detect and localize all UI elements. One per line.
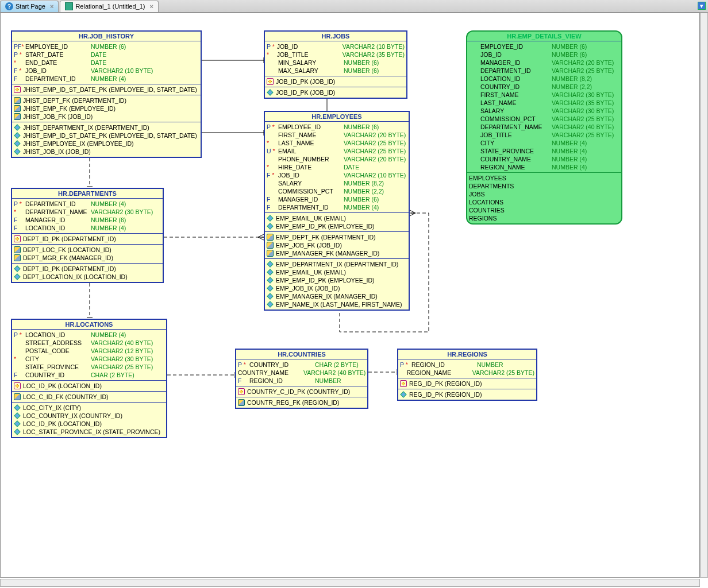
key-icon bbox=[14, 86, 21, 93]
column-row: PF*EMPLOYEE_IDNUMBER (6) bbox=[14, 42, 199, 51]
index-row: DEPT_LOC_FK (LOCATION_ID) bbox=[14, 246, 161, 254]
column-row: P *EMPLOYEE_IDNUMBER (6) bbox=[267, 123, 407, 131]
index-row: JHIST_JOB_IX (JOB_ID) bbox=[14, 148, 199, 156]
index-row: JHIST_EMP_ID_ST_DATE_PK (EMPLOYEE_ID, ST… bbox=[14, 86, 199, 94]
fk-icon bbox=[14, 393, 21, 400]
column-row: FMANAGER_IDNUMBER (6) bbox=[14, 216, 161, 224]
column-row: F *JOB_IDVARCHAR2 (10 BYTE) bbox=[267, 171, 407, 179]
entity-title: HR.LOCATIONS bbox=[12, 320, 166, 330]
entity-title: HR.JOB_HISTORY bbox=[12, 32, 201, 41]
index-row: DEPT_LOCATION_IX (LOCATION_ID) bbox=[14, 273, 161, 281]
entity-title: HR.REGIONS bbox=[398, 350, 536, 359]
index-row: LOCATIONS bbox=[469, 198, 620, 206]
key-icon bbox=[14, 235, 21, 242]
key-icon bbox=[267, 78, 274, 85]
column-row: FLOCATION_IDNUMBER (4) bbox=[14, 224, 161, 232]
entity-emp-details-view[interactable]: HR.EMP_DETAILS_VIEW EMPLOYEE_IDNUMBER (6… bbox=[466, 30, 622, 225]
diamond-icon bbox=[14, 132, 20, 138]
index-row: DEPARTMENTS bbox=[469, 182, 620, 190]
key-icon bbox=[238, 388, 245, 395]
columns-section: EMPLOYEE_IDNUMBER (6)JOB_IDNUMBER (6)MAN… bbox=[467, 41, 621, 173]
columns-section: P *EMPLOYEE_IDNUMBER (6)FIRST_NAMEVARCHA… bbox=[265, 122, 409, 213]
index-row: COUNTRIES bbox=[469, 206, 620, 214]
help-icon: ? bbox=[5, 2, 13, 10]
refs-section: EMPLOYEESDEPARTMENTSJOBSLOCATIONSCOUNTRI… bbox=[467, 173, 621, 223]
minimize-button[interactable]: ▾ bbox=[698, 2, 706, 10]
index-section: LOC_CITY_IX (CITY)LOC_COUNTRY_IX (COUNTR… bbox=[12, 403, 166, 437]
pk-section: JOB_ID_PK (JOB_ID) bbox=[265, 76, 406, 87]
tab-relational[interactable]: Relational_1 (Untitled_1) × bbox=[60, 1, 159, 12]
index-row: JOB_ID_PK (JOB_ID) bbox=[267, 88, 405, 96]
diamond-icon bbox=[14, 412, 20, 419]
pk-section: JHIST_EMP_ID_ST_DATE_PK (EMPLOYEE_ID, ST… bbox=[12, 84, 201, 95]
entity-locations[interactable]: HR.LOCATIONS P *LOCATION_IDNUMBER (4)STR… bbox=[11, 319, 167, 438]
index-row: REGIONS bbox=[469, 214, 620, 222]
columns-section: P *JOB_IDVARCHAR2 (10 BYTE) *JOB_TITLEVA… bbox=[265, 41, 406, 76]
column-row: P *JOB_IDVARCHAR2 (10 BYTE) bbox=[267, 42, 405, 51]
column-row: STATE_PROVINCEVARCHAR2 (25 BYTE) bbox=[14, 363, 164, 371]
entity-title: HR.DEPARTMENTS bbox=[12, 189, 163, 199]
tab-start-page[interactable]: ? Start Page × bbox=[0, 1, 59, 12]
column-row: LOCATION_IDNUMBER (8,2) bbox=[469, 75, 620, 83]
columns-section: P *REGION_IDNUMBERREGION_NAMEVARCHAR2 (2… bbox=[398, 359, 536, 378]
entity-employees[interactable]: HR.EMPLOYEES P *EMPLOYEE_IDNUMBER (6)FIR… bbox=[264, 111, 410, 311]
index-row: EMP_JOB_FK (JOB_ID) bbox=[267, 241, 407, 249]
column-row: FIRST_NAMEVARCHAR2 (30 BYTE) bbox=[469, 91, 620, 99]
fk-icon bbox=[14, 105, 21, 112]
column-row: COMMISSION_PCTNUMBER (2,2) bbox=[267, 187, 407, 195]
diamond-icon bbox=[267, 215, 273, 221]
index-row: JHIST_EMP_ID_ST_DATE_PK (EMPLOYEE_ID, ST… bbox=[14, 131, 199, 140]
index-section: JHIST_DEPARTMENT_IX (DEPARTMENT_ID)JHIST… bbox=[12, 122, 201, 157]
tab-bar: ? Start Page × Relational_1 (Untitled_1)… bbox=[0, 0, 708, 13]
column-row: PHONE_NUMBERVARCHAR2 (20 BYTE) bbox=[267, 155, 407, 163]
index-row: COUNTRY_C_ID_PK (COUNTRY_ID) bbox=[238, 388, 365, 396]
fk-icon bbox=[14, 246, 21, 253]
column-row: FREGION_IDNUMBER bbox=[238, 377, 365, 385]
entity-departments[interactable]: HR.DEPARTMENTS P *DEPARTMENT_IDNUMBER (4… bbox=[11, 188, 164, 283]
column-row: SALARYVARCHAR2 (30 BYTE) bbox=[469, 107, 620, 115]
index-row: DEPT_ID_PK (DEPARTMENT_ID) bbox=[14, 235, 161, 243]
index-row: EMP_MANAGER_FK (MANAGER_ID) bbox=[267, 249, 407, 257]
fk-icon bbox=[267, 234, 274, 241]
uk-section: EMP_EMAIL_UK (EMAIL)EMP_EMP_ID_PK (EMPLO… bbox=[265, 213, 409, 232]
fk-section: DEPT_LOC_FK (LOCATION_ID)DEPT_MGR_FK (MA… bbox=[12, 245, 163, 264]
index-section: EMP_DEPARTMENT_IX (DEPARTMENT_ID)EMP_EMA… bbox=[265, 259, 409, 310]
diamond-icon bbox=[267, 277, 273, 283]
column-row: STREET_ADDRESSVARCHAR2 (40 BYTE) bbox=[14, 339, 164, 347]
index-row: DEPT_MGR_FK (MANAGER_ID) bbox=[14, 254, 161, 262]
entity-title: HR.EMPLOYEES bbox=[265, 112, 409, 122]
column-row: FDEPARTMENT_IDNUMBER (4) bbox=[14, 75, 199, 83]
diamond-icon bbox=[400, 391, 406, 397]
column-row: REGION_NAMENUMBER (4) bbox=[469, 163, 620, 171]
key-icon bbox=[400, 380, 407, 387]
columns-section: P *LOCATION_IDNUMBER (4)STREET_ADDRESSVA… bbox=[12, 330, 166, 381]
column-row: COUNTRY_NAMEVARCHAR2 (40 BYTE) bbox=[238, 369, 365, 377]
horizontal-scrollbar[interactable] bbox=[0, 579, 700, 587]
diamond-icon bbox=[14, 124, 20, 130]
fk-icon bbox=[14, 97, 21, 104]
index-row: EMP_JOB_IX (JOB_ID) bbox=[267, 284, 407, 292]
diamond-icon bbox=[14, 420, 20, 427]
entity-regions[interactable]: HR.REGIONS P *REGION_IDNUMBERREGION_NAME… bbox=[397, 349, 537, 401]
column-row: P *DEPARTMENT_IDNUMBER (4) bbox=[14, 200, 161, 208]
entity-jobs[interactable]: HR.JOBS P *JOB_IDVARCHAR2 (10 BYTE) *JOB… bbox=[264, 30, 407, 99]
column-row: MIN_SALARYNUMBER (6) bbox=[267, 59, 405, 67]
index-row: JHIST_DEPT_FK (DEPARTMENT_ID) bbox=[14, 96, 199, 105]
entity-job-history[interactable]: HR.JOB_HISTORY PF*EMPLOYEE_IDNUMBER (6)P… bbox=[11, 30, 202, 158]
fk-icon bbox=[14, 254, 21, 261]
vertical-scrollbar[interactable] bbox=[700, 13, 708, 578]
column-row: STATE_PROVINCENUMBER (4) bbox=[469, 147, 620, 155]
fk-section: COUNTR_REG_FK (REGION_ID) bbox=[236, 397, 367, 408]
index-row: LOC_COUNTRY_IX (COUNTRY_ID) bbox=[14, 412, 164, 420]
diagram-canvas[interactable]: HR.JOB_HISTORY PF*EMPLOYEE_IDNUMBER (6)P… bbox=[0, 13, 700, 578]
column-row: P *LOCATION_IDNUMBER (4) bbox=[14, 331, 164, 339]
index-row: EMP_EMAIL_UK (EMAIL) bbox=[267, 268, 407, 276]
column-row: DEPARTMENT_NAMEVARCHAR2 (40 BYTE) bbox=[469, 123, 620, 131]
pk-section: REG_ID_PK (REGION_ID) bbox=[398, 378, 536, 389]
diamond-icon bbox=[14, 265, 20, 272]
tab-label: Relational_1 (Untitled_1) bbox=[75, 3, 145, 10]
close-icon[interactable]: × bbox=[50, 3, 53, 10]
pk-section: DEPT_ID_PK (DEPARTMENT_ID) bbox=[12, 234, 163, 245]
entity-countries[interactable]: HR.COUNTRIES P *COUNTRY_IDCHAR (2 BYTE)C… bbox=[235, 349, 368, 409]
close-icon[interactable]: × bbox=[150, 3, 153, 10]
